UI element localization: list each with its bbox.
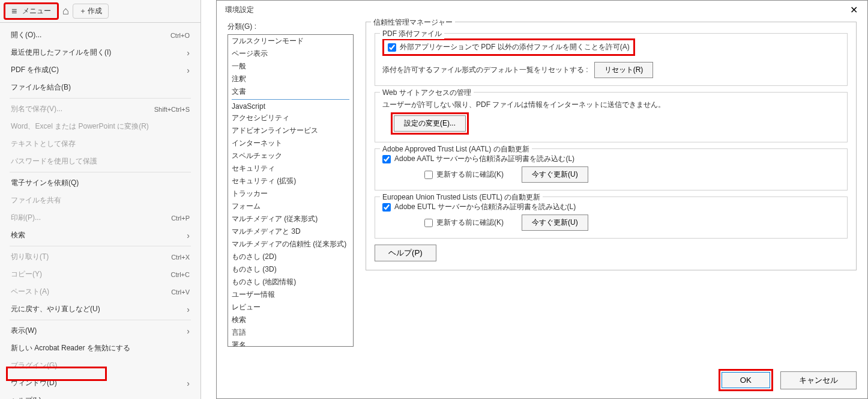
- create-button[interactable]: ＋ 作成: [73, 4, 109, 19]
- aatl-group: Adobe Approved Trust List (AATL) の自動更新 A…: [375, 148, 848, 190]
- web-desc: ユーザーが許可しない限り、PDF ファイルは情報をインターネットに送信できません…: [382, 100, 665, 110]
- pdf-attachments-group: PDF 添付ファイル 外部アプリケーションで PDF 以外の添付ファイルを開くこ…: [375, 33, 848, 86]
- dialog-title: 環境設定: [225, 5, 254, 15]
- menu-button[interactable]: メニュー: [4, 2, 59, 20]
- category-item[interactable]: ものさし (3D): [228, 263, 353, 276]
- chevron-right-icon: [187, 65, 190, 75]
- menu-item[interactable]: ファイルを結合(B): [0, 79, 200, 96]
- menu-item-label: ウィンドウ(D): [11, 378, 57, 388]
- menu-item[interactable]: 新しい Acrobat Reader を無効にする: [0, 340, 200, 357]
- menu-item: Word、Excel または PowerPoint に変換(R): [0, 118, 200, 135]
- category-item[interactable]: 一般: [228, 60, 353, 73]
- category-label: 分類(G) :: [228, 22, 354, 32]
- aatl-update-now-button[interactable]: 今すぐ更新(U): [522, 166, 588, 183]
- help-button[interactable]: ヘルプ(P): [375, 245, 436, 261]
- category-item[interactable]: 文書: [228, 85, 353, 98]
- category-item[interactable]: マルチメディア (従来形式): [228, 213, 353, 225]
- close-button[interactable]: ✕: [845, 4, 863, 16]
- menu-item: パスワードを使用して保護: [0, 153, 200, 170]
- allow-external-label: 外部アプリケーションで PDF 以外の添付ファイルを開くことを許可(A): [400, 42, 630, 52]
- menu-item: 別名で保存(V)...Shift+Ctrl+S: [0, 100, 200, 118]
- hamburger-icon: [11, 7, 20, 16]
- menu-item-label: Word、Excel または PowerPoint に変換(R): [11, 121, 149, 132]
- eutl-update-now-button[interactable]: 今すぐ更新(U): [522, 215, 588, 231]
- menu-item-label: ファイルを結合(B): [11, 82, 71, 93]
- category-item[interactable]: セキュリティ: [228, 162, 353, 175]
- menu-item-label: プラグイン(G): [11, 361, 57, 371]
- menu-item-label: コピー(Y): [11, 269, 42, 279]
- menu-button-label: メニュー: [22, 6, 51, 16]
- menu-item[interactable]: ヘルプ(L): [0, 392, 200, 399]
- ok-button[interactable]: OK: [722, 372, 770, 388]
- menu-item-label: 開く(O)...: [11, 30, 41, 40]
- menu-item-shortcut: Ctrl+P: [171, 215, 190, 222]
- eutl-load-label: Adobe EUTL サーバーから信頼済み証明書を読み込む(L): [394, 202, 576, 212]
- category-item[interactable]: アクセシビリティ: [228, 112, 353, 124]
- aatl-group-title: Adobe Approved Trust List (AATL) の自動更新: [380, 144, 532, 154]
- reset-label: 添付を許可するファイル形式のデフォルト一覧をリセットする :: [382, 65, 588, 75]
- menu-item[interactable]: ウィンドウ(D): [0, 374, 200, 392]
- home-icon[interactable]: [62, 5, 69, 17]
- menu-item[interactable]: 表示(W): [0, 322, 200, 340]
- category-item[interactable]: 署名: [228, 339, 353, 347]
- menu-item-label: 別名で保存(V)...: [11, 104, 62, 114]
- category-item[interactable]: ユーザー情報: [228, 288, 353, 301]
- menu-item[interactable]: 最近使用したファイルを開く(I): [0, 44, 200, 61]
- category-item[interactable]: フルスクリーンモード: [228, 35, 353, 47]
- chevron-right-icon: [187, 396, 190, 400]
- web-group-title: Web サイトアクセスの管理: [380, 88, 474, 98]
- category-item[interactable]: ものさし (地図情報): [228, 276, 353, 288]
- menu-item: 切り取り(T)Ctrl+X: [0, 248, 200, 266]
- category-item[interactable]: アドビオンラインサービス: [228, 124, 353, 137]
- allow-external-checkbox[interactable]: [388, 43, 396, 52]
- category-item[interactable]: 言語: [228, 326, 353, 339]
- menu-item-label: ペースト(A): [11, 287, 49, 297]
- eutl-load-checkbox[interactable]: [382, 203, 391, 212]
- category-item[interactable]: 注釈: [228, 73, 353, 85]
- category-item[interactable]: ものさし (2D): [228, 251, 353, 263]
- menu-item[interactable]: 元に戻す、やり直しなど(U): [0, 300, 200, 318]
- menu-item-label: 検索: [11, 230, 25, 240]
- category-item[interactable]: レビュー: [228, 301, 353, 314]
- web-access-group: Web サイトアクセスの管理 ユーザーが許可しない限り、PDF ファイルは情報を…: [375, 92, 848, 142]
- menu-item[interactable]: PDF を作成(C): [0, 61, 200, 79]
- category-item[interactable]: スペルチェック: [228, 150, 353, 162]
- aatl-confirm-checkbox[interactable]: [424, 171, 433, 179]
- category-item[interactable]: インターネット: [228, 137, 353, 150]
- category-item[interactable]: トラッカー: [228, 187, 353, 200]
- menu-item-label: 元に戻す、やり直しなど(U): [11, 304, 100, 314]
- menu-item[interactable]: 電子サインを依頼(Q): [0, 174, 200, 192]
- menu-item: ペースト(A)Ctrl+V: [0, 283, 200, 300]
- category-item[interactable]: 検索: [228, 314, 353, 326]
- category-item[interactable]: フォーム: [228, 200, 353, 213]
- category-item[interactable]: ページ表示: [228, 47, 353, 60]
- menu-item[interactable]: 開く(O)...Ctrl+O: [0, 26, 200, 44]
- reset-button[interactable]: リセット(R): [594, 62, 654, 78]
- change-settings-button[interactable]: 設定の変更(E)...: [394, 115, 466, 132]
- menu-item: コピー(Y)Ctrl+C: [0, 266, 200, 283]
- chevron-right-icon: [187, 231, 190, 240]
- menu-item: ファイルを共有: [0, 192, 200, 209]
- menu-item-label: PDF を作成(C): [11, 65, 59, 75]
- fieldset-title: 信頼性管理マネージャー: [371, 17, 455, 28]
- menu-item-shortcut: Ctrl+O: [170, 32, 190, 39]
- create-button-label: 作成: [88, 6, 102, 16]
- aatl-load-checkbox[interactable]: [382, 155, 391, 163]
- category-item[interactable]: マルチメディアと 3D: [228, 225, 353, 238]
- chevron-right-icon: [187, 305, 190, 314]
- category-listbox[interactable]: フルスクリーンモードページ表示一般注釈文書JavaScriptアクセシビリティア…: [228, 34, 354, 347]
- category-item[interactable]: セキュリティ (拡張): [228, 175, 353, 187]
- chevron-right-icon: [187, 379, 190, 388]
- category-item[interactable]: JavaScript: [228, 101, 353, 112]
- menu-item-label: ヘルプ(L): [11, 395, 41, 399]
- menu-item[interactable]: 検索: [0, 227, 200, 244]
- menu-item-label: 最近使用したファイルを開く(I): [11, 47, 111, 58]
- menu-item-shortcut: Ctrl+V: [171, 288, 190, 296]
- cancel-button[interactable]: キャンセル: [780, 371, 857, 389]
- eutl-confirm-checkbox[interactable]: [424, 219, 433, 227]
- category-panel: 分類(G) : フルスクリーンモードページ表示一般注釈文書JavaScriptア…: [228, 22, 354, 368]
- settings-panel: 信頼性管理マネージャー PDF 添付ファイル 外部アプリケーションで PDF 以…: [366, 22, 857, 368]
- menu-item-label: ファイルを共有: [11, 195, 61, 206]
- chevron-right-icon: [187, 326, 190, 336]
- category-item[interactable]: マルチメディアの信頼性 (従来形式): [228, 238, 353, 251]
